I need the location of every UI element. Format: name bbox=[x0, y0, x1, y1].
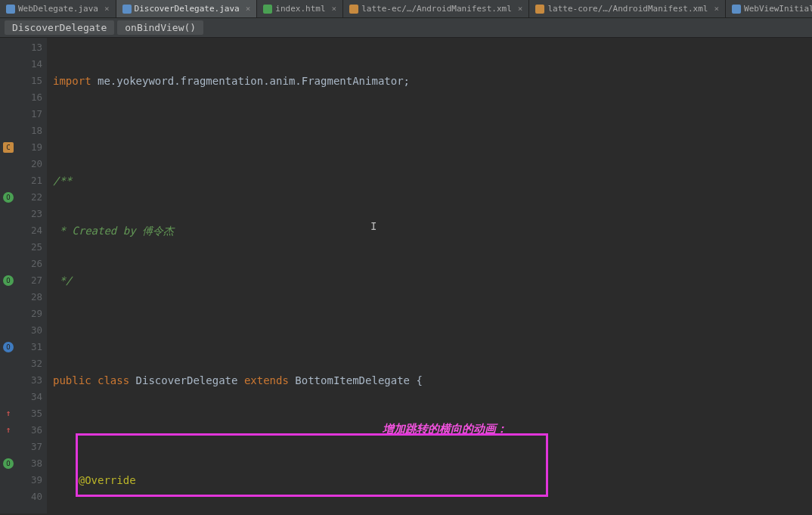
tab-latte-core-manifest[interactable]: latte-core/…/AndroidManifest.xml× bbox=[529, 0, 726, 17]
xml-icon bbox=[349, 5, 358, 14]
breadcrumb: DiscoverDelegate onBindView() bbox=[0, 18, 812, 38]
html-icon bbox=[263, 5, 272, 14]
close-icon[interactable]: × bbox=[101, 4, 110, 14]
code-editor[interactable]: 13141516171819C202122O2324252627O2829303… bbox=[0, 38, 812, 513]
close-icon[interactable]: × bbox=[329, 4, 337, 14]
java-icon bbox=[6, 5, 15, 14]
crumb-class[interactable]: DiscoverDelegate bbox=[5, 20, 114, 35]
close-icon[interactable]: × bbox=[515, 4, 523, 14]
tab-webdelegate[interactable]: WebDelegate.java× bbox=[0, 0, 116, 17]
tab-latte-ec-manifest[interactable]: latte-ec/…/AndroidManifest.xml× bbox=[343, 0, 529, 17]
gutter: 13141516171819C202122O2324252627O2829303… bbox=[0, 38, 47, 513]
xml-icon bbox=[535, 5, 544, 14]
close-icon[interactable]: × bbox=[711, 4, 719, 14]
annotation-text: 增加跳转的横向的动画： bbox=[383, 420, 507, 437]
java-icon bbox=[732, 5, 741, 14]
code-area[interactable]: import me.yokeyword.fragmentation.anim.F… bbox=[47, 38, 812, 513]
close-icon[interactable]: × bbox=[243, 4, 251, 14]
tab-discoverdelegate[interactable]: DiscoverDelegate.java× bbox=[116, 0, 258, 17]
tab-indexhtml[interactable]: index.html× bbox=[257, 0, 343, 17]
tab-webviewinitializer[interactable]: WebViewInitializer.java× bbox=[726, 0, 812, 17]
crumb-method[interactable]: onBindView() bbox=[117, 20, 203, 35]
java-icon bbox=[122, 5, 132, 14]
editor-tabs: WebDelegate.java× DiscoverDelegate.java×… bbox=[0, 0, 812, 18]
